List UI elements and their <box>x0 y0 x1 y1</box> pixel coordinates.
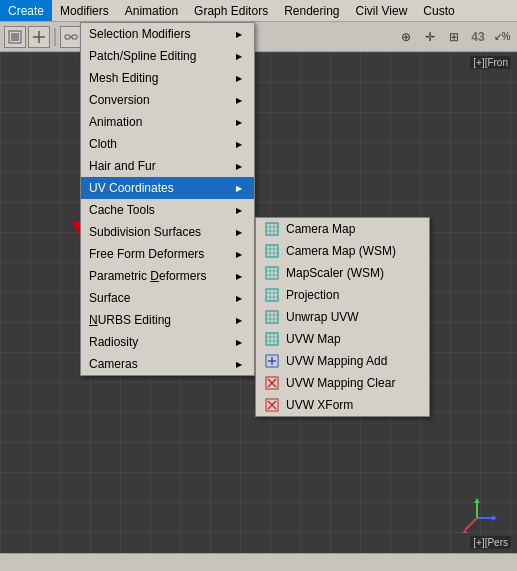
uvw-map-icon <box>264 331 280 347</box>
menu-create[interactable]: Create <box>0 0 52 21</box>
svg-rect-5 <box>72 35 77 39</box>
menu-cache-tools[interactable]: Cache Tools ▶ <box>81 199 254 221</box>
toolbar-btn-1[interactable] <box>4 26 26 48</box>
uvw-xform-icon <box>264 397 280 413</box>
axes-icon <box>457 498 497 538</box>
svg-rect-30 <box>266 289 278 301</box>
submenu-arrow-icon: ▶ <box>236 206 242 215</box>
submenu-arrow-icon: ▶ <box>236 272 242 281</box>
submenu-camera-map[interactable]: Camera Map <box>256 218 429 240</box>
menu-mesh-editing[interactable]: Mesh Editing ▶ <box>81 67 254 89</box>
menu-civil-view[interactable]: Civil View <box>348 0 416 21</box>
uvw-mapping-clear-icon <box>264 375 280 391</box>
uvw-icon <box>265 310 279 324</box>
toolbar-btn-3[interactable] <box>60 26 82 48</box>
submenu-mapscaler-wsm[interactable]: MapScaler (WSM) <box>256 262 429 284</box>
submenu-arrow-icon: ▶ <box>236 74 242 83</box>
projection-icon <box>264 287 280 303</box>
toolbar: Obj View ▼ ⊕ ✛ ⊞ 43 ↙% <box>0 22 517 52</box>
svg-rect-40 <box>266 333 278 345</box>
uvw-icon <box>265 222 279 236</box>
svg-rect-1 <box>11 33 19 41</box>
menu-custo[interactable]: Custo <box>415 0 462 21</box>
select-icon <box>8 30 22 44</box>
uv-coordinates-submenu: Camera Map Camera Map (WSM) MapScale <box>255 217 430 417</box>
menu-animation[interactable]: Animation <box>117 0 186 21</box>
submenu-arrow-icon: ▶ <box>236 162 242 171</box>
submenu-arrow-icon: ▶ <box>236 316 242 325</box>
submenu-arrow-icon: ▶ <box>236 140 242 149</box>
submenu-unwrap-uvw[interactable]: Unwrap UVW <box>256 306 429 328</box>
menu-hair-and-fur[interactable]: Hair and Fur ▶ <box>81 155 254 177</box>
submenu-uvw-mapping-clear[interactable]: UVW Mapping Clear <box>256 372 429 394</box>
submenu-uvw-map[interactable]: UVW Map <box>256 328 429 350</box>
menu-conversion[interactable]: Conversion ▶ <box>81 89 254 111</box>
submenu-arrow-icon: ▶ <box>236 30 242 39</box>
camera-map-icon <box>264 221 280 237</box>
uvw-icon <box>265 288 279 302</box>
submenu-projection[interactable]: Projection <box>256 284 429 306</box>
svg-rect-4 <box>65 35 70 39</box>
underline-n: N <box>89 313 98 327</box>
submenu-arrow-icon: ▶ <box>236 360 242 369</box>
toolbar-icon-2[interactable]: ✛ <box>419 26 441 48</box>
submenu-uvw-xform[interactable]: UVW XForm <box>256 394 429 416</box>
svg-rect-20 <box>266 245 278 257</box>
menu-animation-sub[interactable]: Animation ▶ <box>81 111 254 133</box>
x-uvw-icon-2 <box>265 398 279 412</box>
uvw-icon <box>265 332 279 346</box>
toolbar-icon-4[interactable]: 43 <box>467 26 489 48</box>
svg-line-11 <box>465 518 477 530</box>
svg-rect-25 <box>266 267 278 279</box>
submenu-arrow-icon: ▶ <box>236 184 242 193</box>
viewport-top-right: [+][Fron <box>470 56 511 69</box>
underline-d: D <box>150 269 159 283</box>
menu-surface[interactable]: Surface ▶ <box>81 287 254 309</box>
toolbar-icon-1[interactable]: ⊕ <box>395 26 417 48</box>
menu-parametric-deformers[interactable]: Parametric Deformers ▶ <box>81 265 254 287</box>
menu-cameras[interactable]: Cameras ▶ <box>81 353 254 375</box>
svg-rect-35 <box>266 311 278 323</box>
unwrap-uvw-icon <box>264 309 280 325</box>
submenu-camera-map-wsm[interactable]: Camera Map (WSM) <box>256 240 429 262</box>
statusbar <box>0 553 517 571</box>
menu-rendering[interactable]: Rendering <box>276 0 347 21</box>
menu-modifiers[interactable]: Modifiers <box>52 0 117 21</box>
uvw-icon <box>265 266 279 280</box>
submenu-arrow-icon: ▶ <box>236 294 242 303</box>
submenu-arrow-icon: ▶ <box>236 250 242 259</box>
menu-patch-spline[interactable]: Patch/Spline Editing ▶ <box>81 45 254 67</box>
menu-free-form-deformers[interactable]: Free Form Deformers ▶ <box>81 243 254 265</box>
submenu-arrow-icon: ▶ <box>236 96 242 105</box>
move-icon <box>32 30 46 44</box>
mapscaler-wsm-icon <box>264 265 280 281</box>
plus-uvw-icon <box>265 354 279 368</box>
submenu-arrow-icon: ▶ <box>236 338 242 347</box>
menubar: Create Modifiers Animation Graph Editors… <box>0 0 517 22</box>
viewport-right-label: [+][Fron <box>470 56 511 69</box>
submenu-arrow-icon: ▶ <box>236 52 242 61</box>
toolbar-icon-3[interactable]: ⊞ <box>443 26 465 48</box>
svg-marker-8 <box>492 515 497 521</box>
menu-nurbs-editing[interactable]: NURBS Editing ▶ <box>81 309 254 331</box>
svg-marker-10 <box>474 498 480 503</box>
toolbar-icon-5[interactable]: ↙% <box>491 26 513 48</box>
submenu-arrow-icon: ▶ <box>236 228 242 237</box>
link-icon <box>64 30 78 44</box>
svg-marker-12 <box>462 530 468 533</box>
viewport-axes <box>457 498 497 541</box>
menu-graph-editors[interactable]: Graph Editors <box>186 0 276 21</box>
x-uvw-icon <box>265 376 279 390</box>
modifiers-dropdown: Selection Modifiers ▶ Patch/Spline Editi… <box>80 22 255 376</box>
menu-uv-coordinates[interactable]: UV Coordinates ▶ <box>81 177 254 199</box>
toolbar-right: ⊕ ✛ ⊞ 43 ↙% <box>395 26 513 48</box>
menu-radiosity[interactable]: Radiosity ▶ <box>81 331 254 353</box>
uvw-icon <box>265 244 279 258</box>
menu-selection-modifiers[interactable]: Selection Modifiers ▶ <box>81 23 254 45</box>
svg-rect-15 <box>266 223 278 235</box>
submenu-uvw-mapping-add[interactable]: UVW Mapping Add <box>256 350 429 372</box>
menu-subdivision-surfaces[interactable]: Subdivision Surfaces ▶ <box>81 221 254 243</box>
toolbar-sep-1 <box>54 28 56 46</box>
toolbar-btn-2[interactable] <box>28 26 50 48</box>
menu-cloth[interactable]: Cloth ▶ <box>81 133 254 155</box>
